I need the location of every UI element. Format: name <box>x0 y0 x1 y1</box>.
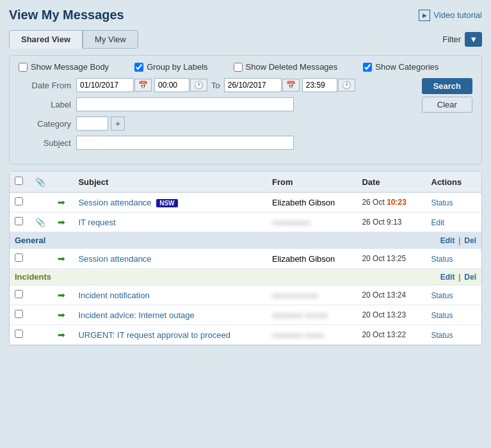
subject-link[interactable]: Session attendance <box>78 254 151 264</box>
group-by-labels-option[interactable]: Group by Labels <box>134 62 207 72</box>
date-from-row: Date From 📅 🕐 To 📅 🕐 <box>19 78 409 92</box>
select-all-checkbox[interactable] <box>15 177 23 185</box>
time-from-input[interactable] <box>154 78 189 92</box>
col-attachment-icon: 📎 <box>30 172 52 193</box>
time-to-input[interactable] <box>302 78 337 92</box>
tab-shared-view[interactable]: Shared View <box>9 30 83 49</box>
show-categories-option[interactable]: Show Categories <box>363 62 439 72</box>
group-label: Incidents <box>10 269 426 285</box>
table-row: ➡ Session attendance NSW Elizabeth Gibso… <box>10 193 481 212</box>
show-deleted-messages-checkbox[interactable] <box>234 63 243 72</box>
search-button[interactable]: Search <box>422 78 472 94</box>
filter-dropdown-button[interactable]: ▼ <box>465 32 482 47</box>
group-del-link[interactable]: Del <box>464 236 476 245</box>
label-input[interactable] <box>76 97 294 111</box>
group-del-link[interactable]: Del <box>464 273 476 282</box>
category-input[interactable] <box>76 116 108 131</box>
action-separator: | <box>458 272 463 282</box>
time-from-clock-button[interactable]: 🕐 <box>190 79 207 92</box>
clear-button[interactable]: Clear <box>422 97 472 113</box>
show-message-body-checkbox[interactable] <box>19 63 28 72</box>
video-tutorial-link[interactable]: ▶ Video tutorial <box>419 10 482 21</box>
edit-action-link[interactable]: Edit <box>431 218 445 227</box>
table-row: 📎 ➡ IT request xxxxxxxxxx 26 Oct 9:13 Ed… <box>10 212 481 232</box>
subject-link[interactable]: Session attendance <box>78 198 151 207</box>
from-cell: Elizabeth Gibson <box>267 193 357 212</box>
blurred-from: xxxxxxxx xxxxxx <box>272 311 328 320</box>
date-cell: 26 Oct 10:23 <box>357 193 426 212</box>
blurred-from: xxxxxxxxxx <box>272 218 310 227</box>
status-action-link[interactable]: Status <box>431 311 453 320</box>
filter-area: Filter ▼ <box>442 32 482 47</box>
date-cell: 20 Oct 13:22 <box>357 325 426 345</box>
date-fields-container: 📅 🕐 To 📅 🕐 <box>76 78 409 92</box>
group-by-labels-checkbox[interactable] <box>134 63 143 72</box>
group-actions: Edit | Del <box>426 232 482 249</box>
date-to-calendar-button[interactable]: 📅 <box>282 79 300 92</box>
date-from-label: Date From <box>19 81 76 90</box>
from-cell: Elizabeth Gibson <box>267 249 357 269</box>
table-row: ➡ Session attendance Elizabeth Gibson 20… <box>10 249 481 269</box>
tab-my-view[interactable]: My View <box>83 30 138 49</box>
col-arrow <box>52 172 73 193</box>
from-cell: xxxxxxxx xxxxxx <box>267 305 357 325</box>
date-from-calendar-button[interactable]: 📅 <box>134 79 152 92</box>
from-cell: xxxxxxxxxx <box>267 212 357 232</box>
label-badge: NSW <box>156 199 177 207</box>
subject-input[interactable] <box>76 136 294 150</box>
date-cell: 26 Oct 9:13 <box>357 212 426 232</box>
action-separator: | <box>458 236 463 245</box>
arrow-icon: ➡ <box>58 253 65 264</box>
subject-link[interactable]: IT request <box>78 218 115 227</box>
play-icon: ▶ <box>419 10 430 21</box>
group-edit-link[interactable]: Edit <box>440 236 455 245</box>
row-checkbox[interactable] <box>15 290 23 298</box>
date-cell: 20 Oct 13:24 <box>357 285 426 305</box>
date-to-input[interactable] <box>224 78 282 92</box>
group-by-labels-label: Group by Labels <box>147 62 207 72</box>
blurred-from: xxxxxxxx xxxxx <box>272 331 324 340</box>
row-checkbox[interactable] <box>15 310 23 318</box>
col-checkbox <box>10 172 30 193</box>
row-checkbox[interactable] <box>15 197 23 205</box>
status-action-link[interactable]: Status <box>431 255 453 264</box>
subject-link[interactable]: URGENT: IT request approval to proceed <box>78 330 230 340</box>
arrow-icon: ➡ <box>58 290 65 300</box>
label-row: Label <box>19 97 409 111</box>
col-subject-header: Subject <box>73 172 267 193</box>
category-row: Category + <box>19 116 409 131</box>
status-action-link[interactable]: Status <box>431 331 453 340</box>
row-checkbox[interactable] <box>15 253 23 262</box>
subject-field-label: Subject <box>19 138 76 148</box>
arrow-icon: ➡ <box>58 197 65 207</box>
date-from-input[interactable] <box>76 78 134 92</box>
view-tab-group: Shared View My View <box>9 30 138 49</box>
col-date-header: Date <box>357 172 426 193</box>
messages-panel: 📎 Subject From Date Actions ➡ Session at… <box>9 171 482 346</box>
subject-link[interactable]: Incident advice: Internet outage <box>78 310 194 320</box>
col-from-header: From <box>267 172 357 193</box>
table-header-row: 📎 Subject From Date Actions <box>10 172 481 193</box>
attachment-icon: 📎 <box>35 218 45 227</box>
time-to-clock-button[interactable]: 🕐 <box>338 79 355 92</box>
show-message-body-label: Show Message Body <box>31 62 109 72</box>
status-action-link[interactable]: Status <box>431 291 453 300</box>
table-row: ➡ Incident advice: Internet outage xxxxx… <box>10 305 481 325</box>
status-action-link[interactable]: Status <box>431 198 453 207</box>
date-cell: 20 Oct 13:23 <box>357 305 426 325</box>
show-message-body-option[interactable]: Show Message Body <box>19 62 109 72</box>
date-cell: 20 Oct 13:25 <box>357 249 426 269</box>
show-deleted-messages-label: Show Deleted Messages <box>246 62 338 72</box>
row-checkbox[interactable] <box>15 330 23 338</box>
time-highlight: 10:23 <box>387 198 406 207</box>
show-categories-checkbox[interactable] <box>363 63 372 72</box>
subject-link[interactable]: Incident notification <box>78 291 149 300</box>
show-deleted-messages-option[interactable]: Show Deleted Messages <box>234 62 338 72</box>
row-checkbox[interactable] <box>15 217 23 225</box>
page-title: View My Messages <box>9 8 124 22</box>
add-category-button[interactable]: + <box>111 116 125 131</box>
group-edit-link[interactable]: Edit <box>440 273 455 282</box>
col-actions-header: Actions <box>426 172 482 193</box>
category-field-label: Category <box>19 119 76 129</box>
filter-label: Filter <box>442 35 461 44</box>
